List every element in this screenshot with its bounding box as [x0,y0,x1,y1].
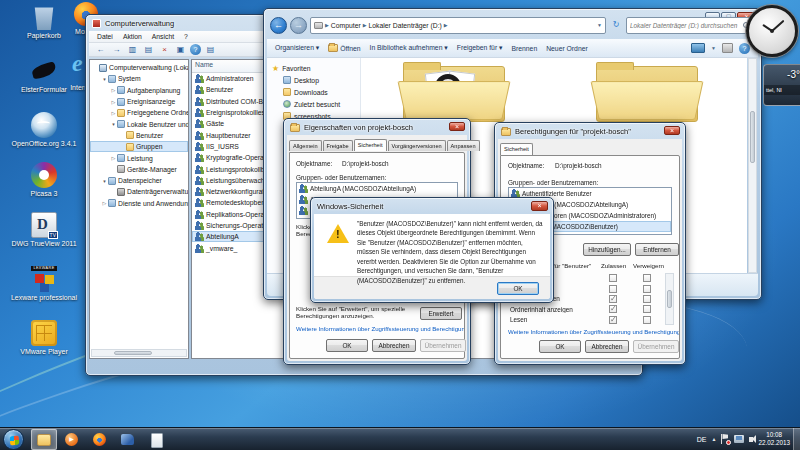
export-list-icon[interactable]: ▤ [142,44,155,56]
taskbar-app-button[interactable] [59,429,85,450]
start-button[interactable] [3,429,24,450]
ok-button[interactable]: OK [539,340,581,353]
tree-hscrollbar[interactable] [91,349,187,357]
refresh-icon[interactable]: ↻ [609,18,623,33]
taskbar-app-button[interactable] [87,429,113,450]
tree-item[interactable]: ▷ Leistung [90,152,188,163]
allow-checkbox[interactable] [609,305,617,313]
forward-icon[interactable]: → [110,44,123,56]
close-button[interactable]: × [449,122,465,131]
command-oeffnen[interactable]: Öffnen [328,44,360,52]
search-input[interactable] [630,22,743,29]
tree-item[interactable]: ▷ Aufgabenplanung [90,85,188,96]
grid-vscrollbar-thumb[interactable] [667,290,672,308]
permissions-titlebar[interactable]: Berechtigungen für "projekt-bosch" [495,123,685,140]
ok-button[interactable]: OK [497,282,539,295]
delete-icon[interactable]: × [158,44,171,56]
language-indicator[interactable]: DE [697,436,707,443]
apply-button[interactable]: Übernehmen [420,339,466,352]
mmc-menu-item[interactable]: Aktion [119,33,146,40]
command-brennen[interactable]: Brennen [511,45,537,52]
allow-checkbox[interactable] [609,295,617,303]
window-icon[interactable]: ▤ [204,44,217,56]
tree-expander-icon[interactable]: ▾ [110,121,117,127]
tree-item[interactable]: ▷ Ereignisanzeige [90,96,188,107]
sidebar-item[interactable]: Desktop [272,74,360,86]
tree-item[interactable]: ▾ Lokale Benutzer und Gr [90,118,188,129]
sidebar-favorites[interactable]: ★ Favoriten [272,62,360,74]
help-icon[interactable]: ? [190,44,201,55]
tree-item[interactable]: Computerverwaltung (Lokal) [90,62,188,73]
close-button[interactable]: × [664,126,680,135]
desktop-shortcut[interactable]: DWG TrueView 2011 [8,212,80,248]
tab[interactable]: Freigabe [323,140,353,151]
deny-checkbox[interactable] [643,305,651,313]
hidden-icons-icon[interactable]: ▲ [712,436,717,442]
apply-button[interactable]: Übernehmen [633,340,679,353]
address-bar[interactable]: ▶ Computer ▶ Lokaler Datenträger (D:) ▶ … [310,17,606,34]
properties-icon[interactable]: ▣ [174,44,187,56]
tab[interactable]: Sicherheit [354,139,387,151]
folder-item[interactable] [592,60,702,122]
acl-info-link[interactable]: Weitere Informationen über Zugriffssteue… [508,328,679,335]
tab-sicherheit[interactable]: Sicherheit [500,143,533,155]
desktop-shortcut[interactable]: Picasa 3 [8,162,80,198]
remove-button[interactable]: Entfernen [635,243,679,256]
principal-row[interactable]: AbteilungA (MACOSDOZ\AbteilungA) [297,183,457,194]
tree-expander-icon[interactable]: ▾ [101,76,108,82]
tray-clock[interactable]: 10:08 22.02.2013 [758,431,790,447]
tree-expander-icon[interactable]: ▷ [110,110,117,116]
tab[interactable]: Vorgängerversionen [388,140,446,151]
breadcrumb-segment[interactable]: Computer [331,22,361,29]
command-freigeben[interactable]: Freigeben für ▾ [457,44,503,52]
clock-gadget[interactable] [746,5,798,57]
desktop-shortcut[interactable]: VMware Player [8,320,80,356]
desktop-shortcut[interactable]: OpenOffice.org 3.4.1 [8,112,80,148]
properties-titlebar[interactable]: Eigenschaften von projekt-bosch [284,119,470,136]
deny-checkbox[interactable] [643,316,651,324]
volume-icon[interactable] [749,437,753,442]
tree-item[interactable]: ▾ System [90,73,188,84]
security-titlebar[interactable]: Windows-Sicherheit [311,198,553,215]
mmc-menu-item[interactable]: ? [180,33,192,40]
forward-button[interactable]: → [290,17,307,34]
show-tree-icon[interactable]: ▥ [126,44,139,56]
explorer-vscrollbar-thumb[interactable] [750,111,755,163]
preview-pane-icon[interactable] [722,43,733,53]
allow-checkbox[interactable] [609,285,617,293]
network-icon[interactable] [734,435,744,443]
tree-expander-icon[interactable]: ▷ [110,99,117,105]
help-icon[interactable]: ? [739,43,750,54]
tree-item[interactable]: ▷ Dienste und Anwendungen [90,198,188,209]
tree-item[interactable]: Datenträgerverwaltung [90,186,188,197]
action-center-flag-icon[interactable] [721,434,729,444]
address-dropdown-icon[interactable]: ▼ [597,22,602,28]
tab[interactable]: Anpassen [447,140,480,151]
taskbar-app-button[interactable] [115,429,141,450]
deny-checkbox[interactable] [643,274,651,282]
tree-item[interactable]: Gruppen [90,141,188,152]
tree-item[interactable]: ▾ Datenspeicher [90,175,188,186]
breadcrumb-segment[interactable]: Lokaler Datenträger (D:) [369,22,442,29]
deny-checkbox[interactable] [643,285,651,293]
tree-item[interactable]: ▷ Freigegebene Ordner [90,107,188,118]
views-dropdown-icon[interactable]: ▼ [711,45,716,51]
show-desktop-button[interactable] [793,428,800,450]
tree-item[interactable]: Geräte-Manager [90,164,188,175]
tree-expander-icon[interactable]: ▷ [101,200,108,206]
folder-item[interactable] [399,60,509,122]
sidebar-item[interactable]: Downloads [272,86,360,98]
allow-checkbox[interactable] [609,316,617,324]
back-button[interactable]: ← [270,17,287,34]
deny-checkbox[interactable] [643,295,651,303]
add-button[interactable]: Hinzufügen... [583,243,631,256]
advanced-button[interactable]: Erweitert [420,307,462,320]
grid-vscrollbar[interactable] [665,273,674,325]
close-button[interactable]: × [531,201,548,211]
tree-hscrollbar-thumb[interactable] [114,351,152,355]
search-box[interactable] [626,17,755,34]
tree-item[interactable]: Benutzer [90,130,188,141]
taskbar-app-button[interactable] [143,429,169,450]
back-icon[interactable]: ← [94,44,107,56]
breadcrumb-arrow-icon[interactable]: ▶ [363,22,367,28]
